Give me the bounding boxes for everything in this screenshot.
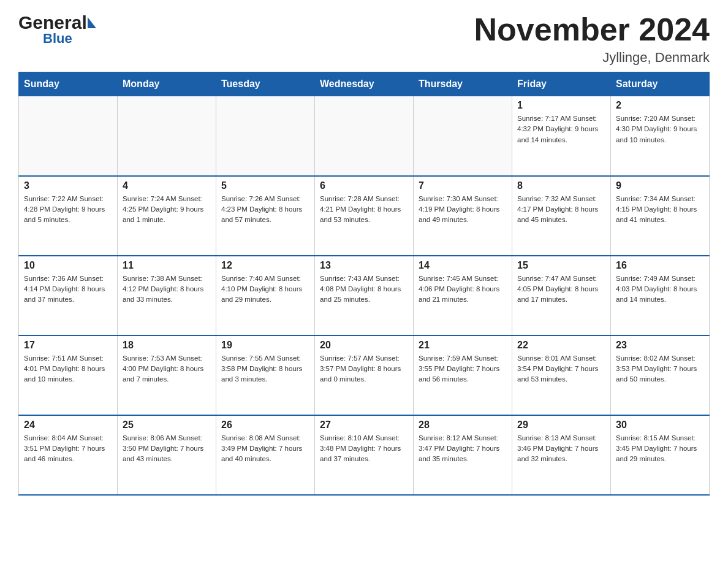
calendar-day: 6Sunrise: 7:28 AM Sunset: 4:21 PM Daylig… [315,176,414,256]
day-number: 30 [616,419,704,431]
day-number: 22 [517,340,605,351]
calendar-day: 5Sunrise: 7:26 AM Sunset: 4:23 PM Daylig… [216,176,315,256]
calendar-day: 29Sunrise: 8:13 AM Sunset: 3:46 PM Dayli… [512,415,611,495]
day-number: 14 [419,260,507,271]
day-number: 10 [24,260,112,271]
day-info: Sunrise: 8:15 AM Sunset: 3:45 PM Dayligh… [616,433,704,465]
calendar-header: SundayMondayTuesdayWednesdayThursdayFrid… [19,72,710,96]
title-block: November 2024 Jyllinge, Denmark [474,12,710,66]
day-info: Sunrise: 7:49 AM Sunset: 4:03 PM Dayligh… [616,274,704,305]
calendar-day: 22Sunrise: 8:01 AM Sunset: 3:54 PM Dayli… [512,335,611,415]
day-number: 21 [419,340,507,351]
month-title: November 2024 [474,12,710,47]
weekday-header-monday: Monday [118,72,216,96]
logo: General Blue [18,12,96,47]
calendar-day: 17Sunrise: 7:51 AM Sunset: 4:01 PM Dayli… [19,335,118,415]
calendar-week-3: 10Sunrise: 7:36 AM Sunset: 4:14 PM Dayli… [19,256,710,335]
day-number: 15 [517,260,605,271]
logo-arrow-icon [88,17,96,28]
day-info: Sunrise: 7:24 AM Sunset: 4:25 PM Dayligh… [123,194,211,226]
day-info: Sunrise: 8:10 AM Sunset: 3:48 PM Dayligh… [320,433,408,465]
day-info: Sunrise: 7:40 AM Sunset: 4:10 PM Dayligh… [221,274,309,305]
day-number: 1 [517,100,605,111]
calendar-day: 7Sunrise: 7:30 AM Sunset: 4:19 PM Daylig… [414,176,512,256]
day-number: 18 [123,340,211,351]
day-info: Sunrise: 7:22 AM Sunset: 4:28 PM Dayligh… [24,194,112,226]
calendar-day: 9Sunrise: 7:34 AM Sunset: 4:15 PM Daylig… [611,176,710,256]
day-number: 11 [123,260,211,271]
weekday-header-wednesday: Wednesday [315,72,414,96]
calendar-week-2: 3Sunrise: 7:22 AM Sunset: 4:28 PM Daylig… [19,176,710,256]
day-number: 25 [123,419,211,431]
calendar-week-5: 24Sunrise: 8:04 AM Sunset: 3:51 PM Dayli… [19,415,710,495]
calendar-day: 15Sunrise: 7:47 AM Sunset: 4:05 PM Dayli… [512,256,611,335]
calendar-day: 27Sunrise: 8:10 AM Sunset: 3:48 PM Dayli… [315,415,414,495]
day-info: Sunrise: 8:08 AM Sunset: 3:49 PM Dayligh… [221,433,309,465]
day-info: Sunrise: 7:51 AM Sunset: 4:01 PM Dayligh… [24,353,112,385]
day-number: 4 [123,180,211,191]
calendar-day: 16Sunrise: 7:49 AM Sunset: 4:03 PM Dayli… [611,256,710,335]
calendar-day [414,96,512,176]
day-number: 6 [320,180,408,191]
calendar-day: 24Sunrise: 8:04 AM Sunset: 3:51 PM Dayli… [19,415,118,495]
calendar-day: 18Sunrise: 7:53 AM Sunset: 4:00 PM Dayli… [118,335,216,415]
day-info: Sunrise: 8:02 AM Sunset: 3:53 PM Dayligh… [616,353,704,385]
calendar-day: 30Sunrise: 8:15 AM Sunset: 3:45 PM Dayli… [611,415,710,495]
day-number: 8 [517,180,605,191]
calendar-day: 20Sunrise: 7:57 AM Sunset: 3:57 PM Dayli… [315,335,414,415]
day-info: Sunrise: 8:01 AM Sunset: 3:54 PM Dayligh… [517,353,605,385]
page-header: General Blue November 2024 Jyllinge, Den… [18,12,710,66]
calendar-day: 3Sunrise: 7:22 AM Sunset: 4:28 PM Daylig… [19,176,118,256]
day-number: 3 [24,180,112,191]
day-info: Sunrise: 7:53 AM Sunset: 4:00 PM Dayligh… [123,353,211,385]
day-number: 29 [517,419,605,431]
weekday-header-saturday: Saturday [611,72,710,96]
day-number: 7 [419,180,507,191]
calendar-day: 10Sunrise: 7:36 AM Sunset: 4:14 PM Dayli… [19,256,118,335]
calendar-day: 23Sunrise: 8:02 AM Sunset: 3:53 PM Dayli… [611,335,710,415]
calendar-day: 2Sunrise: 7:20 AM Sunset: 4:30 PM Daylig… [611,96,710,176]
weekday-row: SundayMondayTuesdayWednesdayThursdayFrid… [19,72,710,96]
calendar-day: 8Sunrise: 7:32 AM Sunset: 4:17 PM Daylig… [512,176,611,256]
calendar-day: 11Sunrise: 7:38 AM Sunset: 4:12 PM Dayli… [118,256,216,335]
day-info: Sunrise: 7:38 AM Sunset: 4:12 PM Dayligh… [123,274,211,305]
logo-blue-text: Blue [43,31,72,47]
day-info: Sunrise: 7:47 AM Sunset: 4:05 PM Dayligh… [517,274,605,305]
day-number: 23 [616,340,704,351]
day-number: 16 [616,260,704,271]
calendar-day: 12Sunrise: 7:40 AM Sunset: 4:10 PM Dayli… [216,256,315,335]
day-info: Sunrise: 7:57 AM Sunset: 3:57 PM Dayligh… [320,353,408,385]
day-info: Sunrise: 7:34 AM Sunset: 4:15 PM Dayligh… [616,194,704,226]
day-number: 27 [320,419,408,431]
calendar-day: 13Sunrise: 7:43 AM Sunset: 4:08 PM Dayli… [315,256,414,335]
day-info: Sunrise: 7:36 AM Sunset: 4:14 PM Dayligh… [24,274,112,305]
day-number: 20 [320,340,408,351]
day-info: Sunrise: 7:30 AM Sunset: 4:19 PM Dayligh… [419,194,507,226]
weekday-header-thursday: Thursday [414,72,512,96]
calendar-week-1: 1Sunrise: 7:17 AM Sunset: 4:32 PM Daylig… [19,96,710,176]
day-info: Sunrise: 8:13 AM Sunset: 3:46 PM Dayligh… [517,433,605,465]
calendar-table: SundayMondayTuesdayWednesdayThursdayFrid… [18,72,710,496]
day-info: Sunrise: 7:17 AM Sunset: 4:32 PM Dayligh… [517,113,605,145]
calendar-day: 26Sunrise: 8:08 AM Sunset: 3:49 PM Dayli… [216,415,315,495]
day-info: Sunrise: 7:28 AM Sunset: 4:21 PM Dayligh… [320,194,408,226]
day-info: Sunrise: 7:55 AM Sunset: 3:58 PM Dayligh… [221,353,309,385]
calendar-day: 19Sunrise: 7:55 AM Sunset: 3:58 PM Dayli… [216,335,315,415]
day-info: Sunrise: 8:04 AM Sunset: 3:51 PM Dayligh… [24,433,112,465]
day-info: Sunrise: 7:59 AM Sunset: 3:55 PM Dayligh… [419,353,507,385]
day-number: 28 [419,419,507,431]
weekday-header-friday: Friday [512,72,611,96]
day-number: 13 [320,260,408,271]
weekday-header-tuesday: Tuesday [216,72,315,96]
calendar-day: 4Sunrise: 7:24 AM Sunset: 4:25 PM Daylig… [118,176,216,256]
day-number: 12 [221,260,309,271]
calendar-day: 25Sunrise: 8:06 AM Sunset: 3:50 PM Dayli… [118,415,216,495]
day-number: 17 [24,340,112,351]
calendar-week-4: 17Sunrise: 7:51 AM Sunset: 4:01 PM Dayli… [19,335,710,415]
day-info: Sunrise: 7:32 AM Sunset: 4:17 PM Dayligh… [517,194,605,226]
day-number: 24 [24,419,112,431]
calendar-day: 1Sunrise: 7:17 AM Sunset: 4:32 PM Daylig… [512,96,611,176]
day-number: 2 [616,100,704,111]
calendar-day [315,96,414,176]
calendar-day [216,96,315,176]
